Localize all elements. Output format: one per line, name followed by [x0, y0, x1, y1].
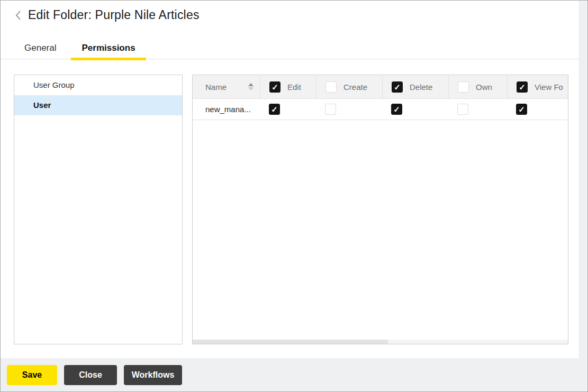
table-row: new_mana...	[193, 99, 568, 120]
row-own-cell	[448, 99, 507, 120]
row-own-checkbox[interactable]	[457, 104, 468, 115]
titlebar: Edit Folder: Purple Nile Articles	[13, 8, 200, 22]
create-select-all-checkbox[interactable]	[325, 81, 337, 93]
permissions-table: Name Edit Create Delete Own	[192, 75, 568, 344]
edit-folder-dialog: Edit Folder: Purple Nile Articles Genera…	[0, 0, 588, 392]
row-view-folder-checkbox[interactable]	[516, 104, 527, 115]
row-delete-cell	[382, 99, 448, 120]
tab-general[interactable]: General	[14, 38, 67, 59]
column-header-create-label: Create	[343, 83, 367, 92]
page-title: Edit Folder: Purple Nile Articles	[28, 8, 200, 22]
column-header-name[interactable]: Name	[193, 75, 260, 98]
tab-bar: General Permissions	[1, 38, 580, 59]
column-header-name-label: Name	[205, 83, 227, 92]
sidebar-item-label: User	[33, 101, 51, 110]
horizontal-scrollbar-thumb[interactable]	[193, 340, 388, 344]
column-header-own: Own	[448, 75, 507, 98]
edit-select-all-checkbox[interactable]	[269, 81, 281, 93]
close-button[interactable]: Close	[64, 365, 117, 385]
sort-icon[interactable]	[248, 83, 254, 90]
column-header-own-label: Own	[476, 83, 492, 92]
horizontal-scrollbar[interactable]	[193, 340, 568, 344]
save-button[interactable]: Save	[7, 365, 57, 385]
table-header-row: Name Edit Create Delete Own	[193, 75, 568, 99]
row-edit-checkbox[interactable]	[269, 104, 280, 115]
back-button[interactable]	[13, 8, 23, 22]
column-header-view-folder-label: View Fo	[535, 83, 563, 92]
sidebar-item-label: User Group	[33, 80, 75, 89]
sidebar-item-user-group[interactable]: User Group	[14, 75, 182, 95]
tab-general-label: General	[24, 43, 56, 53]
column-header-delete: Delete	[382, 75, 448, 98]
subject-type-panel: User Group User	[14, 75, 183, 344]
tab-permissions[interactable]: Permissions	[71, 38, 146, 59]
column-header-create: Create	[316, 75, 382, 98]
sort-asc-icon	[248, 83, 254, 86]
view-select-all-checkbox[interactable]	[517, 81, 528, 93]
column-header-edit: Edit	[260, 75, 316, 98]
vertical-scrollbar-gutter	[579, 1, 587, 391]
tab-permissions-label: Permissions	[82, 43, 135, 53]
row-create-cell	[316, 99, 382, 120]
workflows-button[interactable]: Workflows	[124, 365, 182, 385]
column-header-view-folder: View Fo	[507, 75, 568, 98]
column-header-edit-label: Edit	[287, 83, 301, 92]
sidebar-item-user[interactable]: User	[14, 95, 182, 115]
action-bar: Save Close Workflows	[1, 358, 587, 391]
row-edit-cell	[260, 99, 316, 120]
row-create-checkbox[interactable]	[325, 104, 336, 115]
delete-select-all-checkbox[interactable]	[392, 81, 403, 93]
own-select-all-checkbox[interactable]	[458, 81, 469, 93]
chevron-left-icon	[15, 10, 21, 21]
row-name-cell: new_mana...	[193, 99, 260, 120]
column-header-delete-label: Delete	[410, 83, 432, 92]
row-delete-checkbox[interactable]	[391, 104, 402, 115]
sort-desc-icon	[248, 87, 254, 90]
row-name-label: new_mana...	[205, 105, 251, 114]
row-view-folder-cell	[507, 99, 568, 120]
